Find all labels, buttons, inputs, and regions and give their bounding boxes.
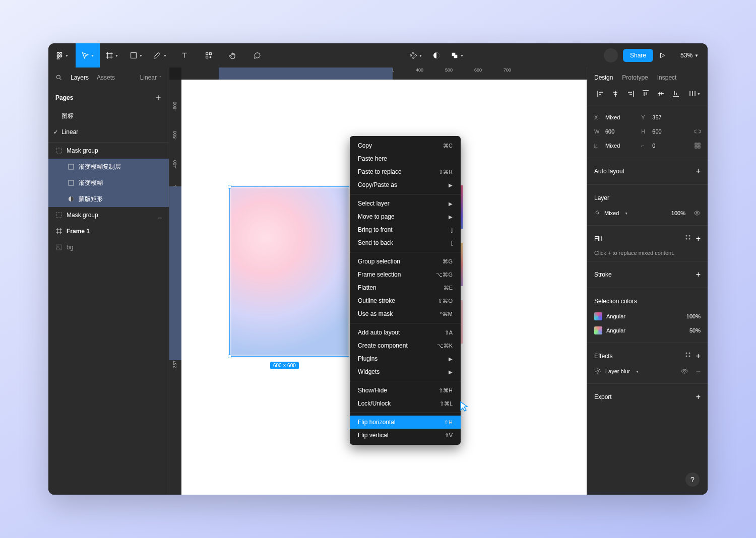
context-menu-item[interactable]: Frame selection⌥⌘G <box>350 268 461 281</box>
add-export[interactable]: + <box>696 392 701 401</box>
svg-rect-12 <box>69 164 74 169</box>
layer-item[interactable]: bg <box>48 239 169 255</box>
w-input[interactable]: 600 <box>605 128 614 134</box>
context-menu-item[interactable]: Bring to front] <box>350 223 461 236</box>
context-menu-item[interactable]: Copy⌘C <box>350 139 461 152</box>
align-left[interactable] <box>594 88 606 100</box>
components-button[interactable]: ▼ <box>409 43 422 68</box>
text-tool[interactable] <box>172 43 197 68</box>
avatar[interactable] <box>604 48 618 62</box>
help-button[interactable]: ? <box>685 473 700 487</box>
add-effect[interactable]: + <box>696 352 701 361</box>
canvas[interactable]: -379 -300 -200 -100 0 100 221 400 500 60… <box>169 68 587 495</box>
context-menu-item[interactable]: Paste to replace⇧⌘R <box>350 165 461 178</box>
opacity-input[interactable]: 100% <box>671 210 685 216</box>
search-icon[interactable] <box>55 74 62 81</box>
color-swatch <box>594 326 602 334</box>
independent-corners-button[interactable] <box>695 143 701 149</box>
add-stroke[interactable]: + <box>696 270 701 279</box>
context-menu-item[interactable]: Widgets▶ <box>350 365 461 378</box>
context-menu-item[interactable]: Flip horizontal⇧H <box>350 416 461 429</box>
add-auto-layout[interactable]: + <box>696 167 701 176</box>
align-v-center[interactable] <box>655 88 667 100</box>
context-menu-item[interactable]: Flip vertical⇧V <box>350 429 461 442</box>
share-button[interactable]: Share <box>623 49 653 62</box>
layer-item[interactable]: 渐变模糊 <box>48 175 169 191</box>
context-menu-item[interactable]: Plugins▶ <box>350 352 461 365</box>
svg-point-27 <box>685 353 687 354</box>
selection-color-row[interactable]: Angular50% <box>594 323 701 338</box>
context-menu-item[interactable]: Group selection⌘G <box>350 255 461 268</box>
resources-button[interactable] <box>197 43 221 68</box>
rotation-input[interactable]: Mixed <box>605 143 620 149</box>
context-menu-item[interactable]: Paste here <box>350 152 461 165</box>
svg-point-32 <box>683 370 685 372</box>
layer-item[interactable]: Mask group <box>48 143 169 159</box>
link-icon[interactable] <box>695 128 701 134</box>
remove-effect[interactable]: − <box>696 367 701 376</box>
left-panel: Layers Assets Linear ⌃ Pages 图标Linear Ma… <box>48 68 169 495</box>
tab-inspect[interactable]: Inspect <box>657 74 677 81</box>
zoom-dropdown[interactable]: 53% ▼ <box>680 52 699 59</box>
context-menu-item[interactable]: Create component⌥⌘K <box>350 339 461 352</box>
page-item[interactable]: 图标 <box>48 108 169 124</box>
context-menu-item[interactable]: Add auto layout⇧A <box>350 326 461 339</box>
boolean-button[interactable]: ▼ <box>451 43 464 68</box>
selection-colors-header: Selection colors <box>594 298 637 305</box>
context-menu-item[interactable]: Send to back[ <box>350 236 461 249</box>
layer-item[interactable]: Mask group⎯ <box>48 207 169 223</box>
align-more[interactable]: ▼ <box>688 88 701 100</box>
align-top[interactable] <box>640 88 652 100</box>
effect-icon[interactable] <box>594 368 601 375</box>
stroke-header: Stroke <box>594 271 612 278</box>
file-dropdown[interactable]: Linear ⌃ <box>140 74 162 81</box>
context-menu-item[interactable]: Select layer▶ <box>350 197 461 210</box>
context-menu-item[interactable]: Move to page▶ <box>350 210 461 223</box>
context-menu-item[interactable]: Flatten⌘E <box>350 281 461 294</box>
blend-mode[interactable]: Mixed <box>604 210 619 216</box>
layer-item[interactable]: 蒙版矩形 <box>48 191 169 207</box>
present-button[interactable] <box>653 46 671 64</box>
x-input[interactable]: Mixed <box>605 114 620 120</box>
align-h-center[interactable] <box>609 88 621 100</box>
effect-name[interactable]: Layer blur <box>605 368 630 374</box>
context-menu-item[interactable]: Lock/Unlock⇧⌘L <box>350 397 461 410</box>
hidden-icon[interactable]: ⎯ <box>158 212 162 218</box>
pen-tool[interactable]: ▼ <box>148 43 172 68</box>
move-tool[interactable]: ▼ <box>76 43 100 68</box>
right-panel: Design Prototype Inspect ▼ XMixed Y357 <box>587 68 708 495</box>
effect-visibility[interactable] <box>681 368 688 375</box>
styles-icon[interactable] <box>685 352 691 358</box>
comment-tool[interactable] <box>245 43 269 68</box>
add-page-button[interactable] <box>155 94 162 101</box>
frame-tool[interactable]: ▼ <box>100 43 124 68</box>
svg-point-30 <box>688 356 690 357</box>
align-right[interactable] <box>624 88 637 100</box>
h-input[interactable]: 600 <box>652 128 661 134</box>
mask-button[interactable] <box>432 43 440 68</box>
align-bottom[interactable] <box>670 88 682 100</box>
y-input[interactable]: 357 <box>652 114 661 120</box>
context-menu-item[interactable]: Use as mask^⌘M <box>350 307 461 320</box>
selection-color-row[interactable]: Angular100% <box>594 309 701 323</box>
tab-assets[interactable]: Assets <box>97 74 115 81</box>
context-menu: Copy⌘CPaste herePaste to replace⇧⌘RCopy/… <box>350 136 461 445</box>
tab-layers[interactable]: Layers <box>71 74 89 81</box>
context-menu-item[interactable]: Outline stroke⇧⌘O <box>350 294 461 307</box>
rect-icon <box>68 179 75 186</box>
shape-tool[interactable]: ▼ <box>124 43 148 68</box>
corner-input[interactable]: 0 <box>652 143 655 149</box>
styles-icon[interactable] <box>685 234 691 240</box>
tab-design[interactable]: Design <box>594 74 613 81</box>
context-menu-item[interactable]: Copy/Paste as▶ <box>350 178 461 191</box>
tab-prototype[interactable]: Prototype <box>622 74 648 81</box>
visibility-icon[interactable] <box>694 210 701 217</box>
hand-tool[interactable] <box>221 43 245 68</box>
page-item[interactable]: Linear <box>48 124 169 140</box>
add-fill[interactable]: + <box>696 234 701 243</box>
layer-item[interactable]: 渐变模糊复制层 <box>48 159 169 175</box>
layer-item[interactable]: Frame 1 <box>48 223 169 239</box>
context-menu-item[interactable]: Show/Hide⇧⌘H <box>350 384 461 397</box>
selected-rectangle[interactable] <box>229 186 349 357</box>
figma-menu-button[interactable]: ▼ <box>48 43 76 68</box>
